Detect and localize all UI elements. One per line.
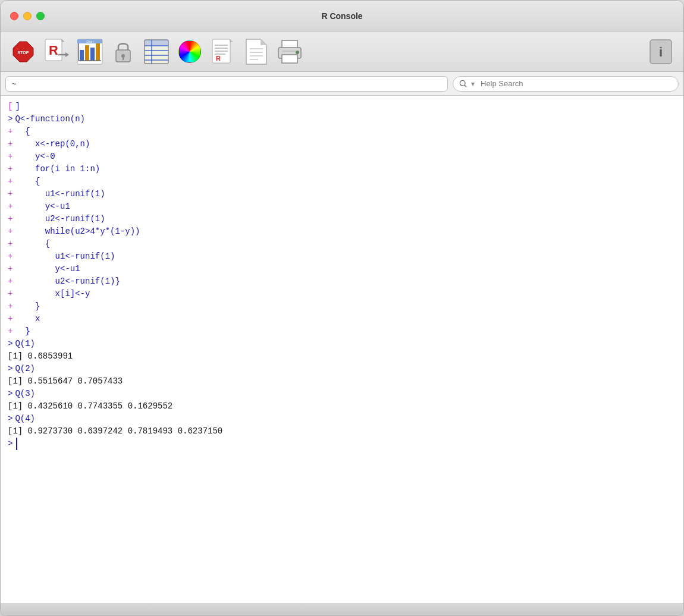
console-line: + y<-u1 <box>8 200 676 213</box>
svg-rect-11 <box>96 43 100 61</box>
svg-point-17 <box>121 54 125 58</box>
prompt: > <box>8 113 12 125</box>
traffic-lights <box>10 12 45 20</box>
output-text: [1] 0.4325610 0.7743355 0.1629552 <box>8 400 172 413</box>
cont-prompt: + <box>8 188 12 200</box>
prompt: > <box>8 363 12 375</box>
prompt: > <box>8 388 12 400</box>
code-text: } <box>15 325 30 338</box>
output-text: [1] 0.5515647 0.7057433 <box>8 375 123 388</box>
bottom-bar <box>1 604 683 615</box>
output-text: [1] 0.6853991 <box>8 350 73 363</box>
code-text: Q(3) <box>15 388 35 400</box>
barchart-button[interactable]: Chart <box>74 36 105 67</box>
path-input[interactable] <box>5 76 448 92</box>
console-line: > Q(3) <box>8 388 676 400</box>
code-text: x <box>15 313 40 325</box>
cont-prompt: + <box>8 288 12 300</box>
svg-rect-10 <box>90 48 95 61</box>
console-line: + y<-u1 <box>8 263 676 275</box>
lines-table-button[interactable] <box>141 36 172 67</box>
r-arrow-icon: R <box>43 38 70 65</box>
minimize-button[interactable] <box>23 12 32 20</box>
cont-prompt: + <box>8 300 12 313</box>
prompt: > <box>8 438 12 450</box>
code-text: { <box>15 238 50 250</box>
cont-prompt: [ <box>8 100 12 113</box>
r-document-button[interactable]: R <box>208 36 239 67</box>
stop-button[interactable]: STOP <box>8 36 39 67</box>
code-text: u2<-runif(1)} <box>15 275 120 288</box>
svg-rect-8 <box>80 50 84 61</box>
output-line: [1] 0.5515647 0.7057433 <box>8 375 676 388</box>
code-text: Q<-function(n) <box>15 113 85 125</box>
code-text: u2<-runif(1) <box>15 213 105 225</box>
output-line: [1] 0.4325610 0.7743355 0.1629552 <box>8 400 676 413</box>
svg-line-47 <box>465 85 466 87</box>
cont-prompt: + <box>8 250 12 263</box>
console-line: + y<-0 <box>8 150 676 163</box>
lock-icon <box>114 40 133 63</box>
window-title: R Console <box>321 11 362 21</box>
console-line: + x<-rep(0,n) <box>8 138 676 150</box>
svg-rect-25 <box>145 40 168 46</box>
console-line: + { <box>8 175 676 188</box>
code-text: for(i in 1:n) <box>15 163 100 175</box>
cont-prompt: + <box>8 238 12 250</box>
code-text: { <box>15 175 40 188</box>
color-wheel-icon <box>178 40 201 63</box>
search-dropdown-arrow[interactable]: ▾ <box>471 80 477 88</box>
r-document-icon: R <box>211 38 235 65</box>
svg-text:Chart: Chart <box>86 40 94 43</box>
code-text: } <box>15 300 40 313</box>
console-line: + u1<-runif(1) <box>8 188 676 200</box>
stop-icon: STOP <box>12 40 34 63</box>
code-text: Q(2) <box>15 363 35 375</box>
lock-button[interactable] <box>108 36 139 67</box>
info-toggle-button[interactable]: i <box>645 36 676 67</box>
cont-prompt: + <box>8 325 12 338</box>
prompt: > <box>8 338 12 350</box>
close-button[interactable] <box>10 12 18 20</box>
console-line: + { <box>8 238 676 250</box>
console-line: + } <box>8 325 676 338</box>
code-text: x[i]<-y <box>15 288 90 300</box>
output-line: [1] 0.9273730 0.6397242 0.7819493 0.6237… <box>8 425 676 438</box>
svg-marker-3 <box>62 39 64 42</box>
console-line: > Q(2) <box>8 363 676 375</box>
console-line: + x <box>8 313 676 325</box>
console-line: + while(u2>4*y*(1-y)) <box>8 225 676 238</box>
code-text: while(u2>4*y*(1-y)) <box>15 225 140 238</box>
svg-marker-27 <box>230 39 233 42</box>
print-icon <box>276 39 303 64</box>
search-icon <box>459 80 467 88</box>
color-picker-button[interactable] <box>174 36 205 67</box>
svg-point-46 <box>460 80 465 86</box>
console-line: > Q(4) <box>8 413 676 425</box>
code-text: Q(4) <box>15 413 35 425</box>
new-file-button[interactable] <box>241 36 272 67</box>
cont-prompt: + <box>8 263 12 275</box>
console-line: + { <box>8 125 676 138</box>
code-text: y<-0 <box>15 150 55 163</box>
console-area[interactable]: [ ] > Q<-function(n) + { + x<-rep(0,n) +… <box>1 96 683 604</box>
cont-prompt: + <box>8 313 12 325</box>
console-line: [ ] <box>8 100 676 113</box>
code-text: { <box>15 125 30 138</box>
output-text: [1] 0.9273730 0.6397242 0.7819493 0.6237… <box>8 425 222 438</box>
console-line: > Q<-function(n) <box>8 113 676 125</box>
maximize-button[interactable] <box>36 12 45 20</box>
code-text: Q(1) <box>15 338 35 350</box>
lines-table-icon <box>143 38 170 65</box>
pathbar: ▾ <box>1 72 683 96</box>
info-icon: i <box>649 39 673 65</box>
output-line: [1] 0.6853991 <box>8 350 676 363</box>
help-search-input[interactable] <box>481 79 672 88</box>
r-script-button[interactable]: R <box>41 36 72 67</box>
toolbar: STOP R <box>1 32 683 72</box>
print-button[interactable] <box>274 36 305 67</box>
svg-marker-34 <box>261 39 266 45</box>
cursor[interactable] <box>16 438 22 450</box>
code-text: ] <box>15 100 20 113</box>
cont-prompt: + <box>8 175 12 188</box>
